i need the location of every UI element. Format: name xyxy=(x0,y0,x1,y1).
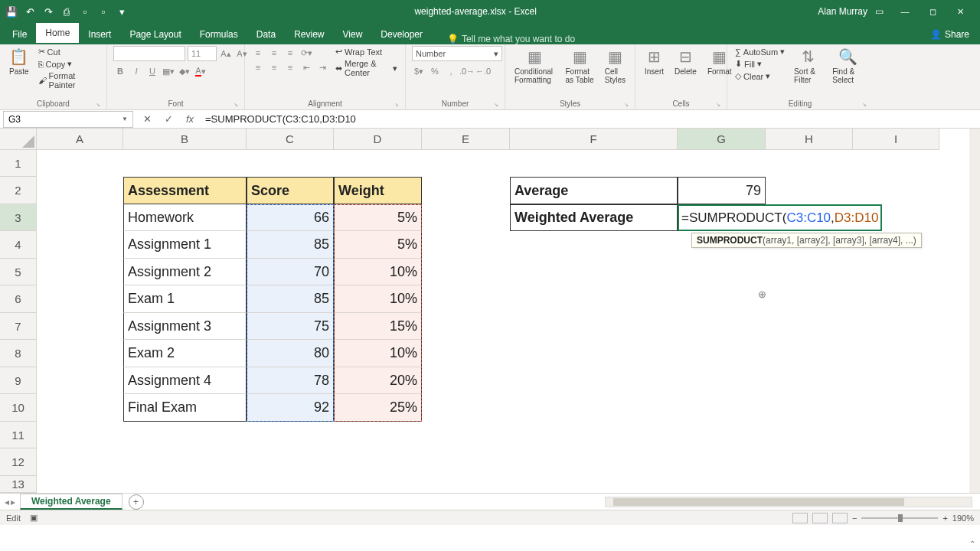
tab-insert[interactable]: Insert xyxy=(79,24,120,44)
cell[interactable]: Average xyxy=(510,177,678,204)
number-format-select[interactable]: Number▾ xyxy=(412,46,502,61)
column-header[interactable]: F xyxy=(510,129,678,150)
dec-decimal-icon[interactable]: ←.0 xyxy=(476,64,490,78)
cell[interactable]: 66 xyxy=(247,204,334,231)
horizontal-scrollbar[interactable] xyxy=(605,497,972,507)
cell[interactable]: 78 xyxy=(247,367,334,394)
share-button[interactable]: 👤 Share xyxy=(920,24,980,44)
row-header[interactable]: 13 xyxy=(0,476,37,493)
column-header[interactable]: H xyxy=(766,129,853,150)
cell[interactable]: 25% xyxy=(334,394,422,422)
tab-formulas[interactable]: Formulas xyxy=(191,24,247,44)
column-headers[interactable]: ABCDEFGHI xyxy=(37,129,969,150)
zoom-in-icon[interactable]: + xyxy=(942,514,947,523)
row-header[interactable]: 4 xyxy=(0,231,37,259)
cell-editing[interactable]: =SUMPRODUCT(C3:C10,D3:D10 xyxy=(678,204,882,231)
clear-button[interactable]: ◇ Clear ▾ xyxy=(733,70,786,82)
tab-review[interactable]: Review xyxy=(285,24,333,44)
row-header[interactable]: 8 xyxy=(0,340,37,367)
inc-decimal-icon[interactable]: .0→ xyxy=(460,64,474,78)
display-options-icon[interactable]: ▭ xyxy=(875,6,884,17)
cell[interactable]: 79 xyxy=(678,177,766,204)
align-left-icon[interactable]: ≡ xyxy=(251,60,265,74)
dec-indent-icon[interactable]: ⇤ xyxy=(299,60,313,74)
macro-record-icon[interactable]: ▣ xyxy=(30,513,38,523)
zoom-level[interactable]: 190% xyxy=(952,514,974,523)
cell[interactable]: Score xyxy=(247,177,334,204)
column-header[interactable]: E xyxy=(422,129,510,150)
accounting-format-icon[interactable]: $▾ xyxy=(412,64,426,78)
row-header[interactable]: 1 xyxy=(0,150,37,177)
row-header[interactable]: 9 xyxy=(0,367,37,394)
column-header[interactable]: C xyxy=(247,129,334,150)
enter-formula-icon[interactable]: ✓ xyxy=(158,113,179,125)
align-middle-icon[interactable]: ≡ xyxy=(267,46,281,60)
inc-indent-icon[interactable]: ⇥ xyxy=(315,60,329,74)
minimize-button[interactable]: — xyxy=(891,0,919,23)
cell[interactable]: 85 xyxy=(247,285,334,313)
orientation-icon[interactable]: ⟳▾ xyxy=(299,46,313,60)
cell[interactable]: 75 xyxy=(247,313,334,340)
qat-item-icon[interactable]: ▫ xyxy=(78,5,92,18)
maximize-button[interactable]: ◻ xyxy=(919,0,946,23)
new-sheet-button[interactable]: + xyxy=(129,494,144,510)
sheet-tab[interactable]: Weighted Average xyxy=(20,494,122,510)
row-header[interactable]: 11 xyxy=(0,422,37,448)
cell[interactable]: 10% xyxy=(334,285,422,313)
paste-button[interactable]: 📋Paste xyxy=(6,46,32,77)
cell[interactable]: Assignment 4 xyxy=(123,367,247,394)
find-select-button[interactable]: 🔍Find & Select xyxy=(829,46,867,86)
autosum-button[interactable]: ∑ AutoSum ▾ xyxy=(733,46,786,57)
redo-icon[interactable]: ↷ xyxy=(41,5,55,18)
insert-cells-button[interactable]: ⊞Insert xyxy=(642,46,667,77)
row-headers[interactable]: 12345678910111213 xyxy=(0,150,37,493)
percent-format-icon[interactable]: % xyxy=(428,64,442,78)
cut-button[interactable]: ✂ Cut xyxy=(37,46,100,57)
align-center-icon[interactable]: ≡ xyxy=(267,60,281,74)
tab-developer[interactable]: Developer xyxy=(371,24,432,44)
cell[interactable]: 15% xyxy=(334,313,422,340)
row-header[interactable]: 12 xyxy=(0,448,37,476)
select-all-button[interactable] xyxy=(0,129,37,150)
tab-data[interactable]: Data xyxy=(247,24,285,44)
cell[interactable]: Exam 2 xyxy=(123,340,247,367)
cell[interactable]: 20% xyxy=(334,367,422,394)
view-page-layout-icon[interactable] xyxy=(812,513,828,523)
font-color-icon[interactable]: A▾ xyxy=(194,64,207,78)
view-normal-icon[interactable] xyxy=(792,513,808,523)
fill-button[interactable]: ⬇ Fill ▾ xyxy=(733,58,786,70)
cell[interactable]: 5% xyxy=(334,231,422,259)
cell[interactable]: Weighted Average xyxy=(510,204,678,231)
view-page-break-icon[interactable] xyxy=(832,513,848,523)
copy-button[interactable]: ⎘ Copy ▾ xyxy=(37,58,100,70)
row-header[interactable]: 3 xyxy=(0,204,37,231)
insert-function-icon[interactable]: fx xyxy=(179,113,201,125)
sheet-nav-last-icon[interactable]: ▸ xyxy=(11,497,15,507)
qat-more-icon[interactable]: ▾ xyxy=(115,5,129,18)
grow-font-icon[interactable]: A▴ xyxy=(219,47,233,60)
cell[interactable]: Assignment 1 xyxy=(123,231,247,259)
undo-icon[interactable]: ↶ xyxy=(23,5,37,18)
cell[interactable]: Final Exam xyxy=(123,394,247,422)
zoom-slider[interactable] xyxy=(861,517,938,519)
row-header[interactable]: 2 xyxy=(0,177,37,204)
sheet-nav-first-icon[interactable]: ◂ xyxy=(5,497,9,507)
cell[interactable]: Assessment xyxy=(123,177,247,204)
save-icon[interactable]: 💾 xyxy=(5,5,18,18)
row-header[interactable]: 10 xyxy=(0,394,37,422)
format-painter-button[interactable]: 🖌 Format Painter xyxy=(37,70,100,90)
column-header[interactable]: B xyxy=(123,129,247,150)
cell[interactable]: Weight xyxy=(334,177,422,204)
tab-home[interactable]: Home xyxy=(36,23,79,44)
cell[interactable]: 70 xyxy=(247,259,334,285)
tab-file[interactable]: File xyxy=(3,24,36,44)
row-header[interactable]: 5 xyxy=(0,259,37,285)
formula-input[interactable]: =SUMPRODUCT(C3:C10,D3:D10 xyxy=(201,113,980,125)
column-header[interactable]: D xyxy=(334,129,422,150)
underline-icon[interactable]: U xyxy=(145,64,159,78)
cell[interactable]: 10% xyxy=(334,259,422,285)
vertical-scrollbar[interactable] xyxy=(969,129,980,493)
cell-styles-button[interactable]: ▦Cell Styles xyxy=(602,46,629,86)
font-name-input[interactable] xyxy=(113,46,185,61)
align-right-icon[interactable]: ≡ xyxy=(283,60,297,74)
